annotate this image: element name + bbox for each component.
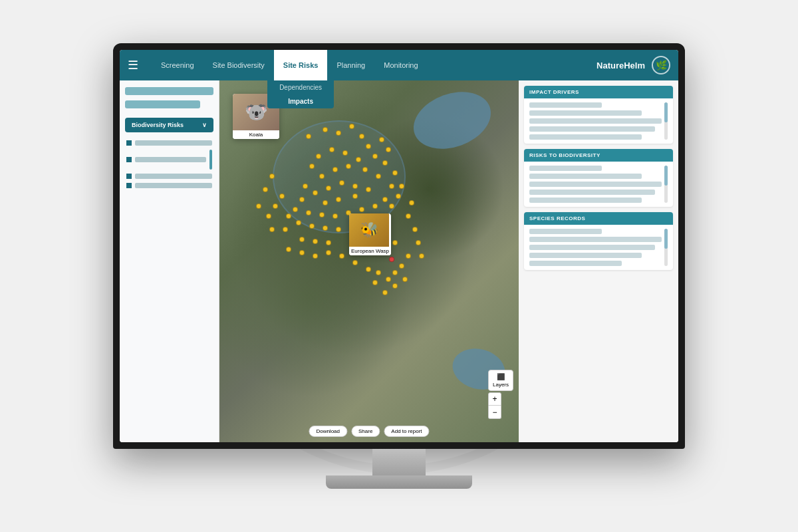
map-marker[interactable]	[379, 137, 384, 142]
map-marker[interactable]	[316, 154, 321, 159]
map-marker[interactable]	[359, 207, 364, 212]
map-marker[interactable]	[336, 227, 341, 232]
map-marker[interactable]	[339, 253, 344, 259]
map-marker[interactable]	[313, 253, 318, 259]
map-marker[interactable]	[309, 164, 315, 169]
layers-button[interactable]: ⬛ Layers	[488, 370, 513, 391]
download-button[interactable]: Download	[309, 426, 347, 437]
map-marker[interactable]	[336, 197, 341, 202]
nav-dropdown-dependencies[interactable]: Dependencies	[267, 80, 334, 94]
map-marker[interactable]	[389, 257, 394, 262]
map-marker[interactable]	[392, 270, 398, 275]
map-marker[interactable]	[356, 157, 361, 162]
nav-screening[interactable]: Screening	[152, 50, 203, 80]
wasp-card[interactable]: 🐝 European Wasp	[349, 213, 391, 255]
map-marker[interactable]	[399, 184, 404, 189]
map-marker[interactable]	[406, 213, 411, 219]
map-marker[interactable]	[366, 187, 371, 192]
map-marker[interactable]	[389, 184, 394, 189]
map-marker[interactable]	[392, 283, 398, 289]
risk-item-2[interactable]	[126, 150, 212, 170]
map-marker[interactable]	[313, 239, 318, 244]
map-marker[interactable]	[399, 263, 404, 269]
map-marker[interactable]	[402, 277, 408, 282]
map-marker[interactable]	[352, 184, 358, 189]
species-scrollbar[interactable]	[664, 229, 668, 266]
map-marker[interactable]	[296, 220, 301, 225]
map-marker[interactable]	[419, 253, 424, 259]
map-marker[interactable]	[306, 134, 311, 139]
map-marker[interactable]	[372, 203, 378, 209]
map-marker[interactable]	[266, 213, 271, 219]
map-marker[interactable]	[273, 203, 278, 209]
map-marker[interactable]	[382, 197, 388, 202]
map-marker[interactable]	[299, 237, 305, 242]
map-marker[interactable]	[382, 160, 388, 166]
nav-site-risks[interactable]: Site Risks	[274, 50, 328, 80]
map-marker[interactable]	[389, 203, 394, 209]
map-marker[interactable]	[376, 270, 381, 275]
map-marker[interactable]	[269, 227, 275, 232]
map-marker[interactable]	[303, 184, 308, 189]
nav-dropdown-impacts[interactable]: Impacts	[267, 94, 334, 108]
map-marker[interactable]	[392, 240, 398, 245]
map-marker[interactable]	[323, 127, 328, 132]
map-marker[interactable]	[326, 186, 331, 191]
map-marker[interactable]	[309, 223, 315, 229]
map-marker[interactable]	[376, 174, 381, 179]
map-marker[interactable]	[293, 207, 298, 212]
map-marker[interactable]	[412, 227, 418, 232]
map-marker[interactable]	[279, 194, 285, 199]
add-to-report-button[interactable]: Add to report	[384, 426, 429, 437]
map-marker[interactable]	[409, 200, 414, 205]
map-marker[interactable]	[313, 190, 318, 196]
map-marker[interactable]	[323, 200, 328, 205]
map-marker[interactable]	[329, 147, 334, 152]
map-marker[interactable]	[386, 277, 391, 282]
map-marker[interactable]	[362, 167, 368, 172]
nav-monitoring[interactable]: Monitoring	[374, 50, 427, 80]
map-area[interactable]: 🐨 Koala 🐝 European Wasp ⬛ Lay	[219, 80, 519, 442]
nav-profile-icon[interactable]: 🌿	[652, 56, 670, 74]
map-marker[interactable]	[372, 154, 378, 159]
zoom-in-button[interactable]: +	[488, 392, 501, 406]
map-marker[interactable]	[406, 253, 411, 259]
map-marker[interactable]	[359, 134, 364, 139]
map-marker[interactable]	[366, 267, 371, 272]
risk-item-4[interactable]	[126, 183, 212, 188]
zoom-out-button[interactable]: −	[488, 406, 501, 419]
map-marker[interactable]	[336, 130, 341, 136]
map-marker[interactable]	[286, 247, 291, 252]
map-marker[interactable]	[372, 280, 378, 285]
map-marker[interactable]	[326, 240, 331, 245]
map-marker[interactable]	[319, 212, 325, 217]
map-marker[interactable]	[352, 260, 358, 265]
map-marker[interactable]	[332, 167, 338, 172]
map-marker[interactable]	[349, 124, 354, 129]
map-marker[interactable]	[366, 144, 371, 149]
map-marker[interactable]	[339, 180, 344, 186]
map-marker[interactable]	[256, 203, 261, 209]
map-marker[interactable]	[346, 164, 351, 169]
risk-item-1[interactable]	[126, 140, 212, 146]
impact-scrollbar[interactable]	[664, 102, 668, 140]
map-marker[interactable]	[352, 194, 358, 199]
risk-item-3[interactable]	[126, 174, 212, 179]
map-marker[interactable]	[286, 213, 291, 219]
map-marker[interactable]	[386, 147, 391, 152]
map-marker[interactable]	[332, 213, 338, 219]
map-marker[interactable]	[306, 210, 311, 215]
map-marker[interactable]	[392, 170, 398, 176]
share-button[interactable]: Share	[351, 426, 380, 437]
map-marker[interactable]	[382, 290, 388, 295]
map-marker[interactable]	[342, 150, 348, 156]
map-marker[interactable]	[326, 250, 331, 255]
map-marker[interactable]	[269, 174, 275, 179]
map-marker[interactable]	[263, 187, 268, 192]
biodiversity-risks-header[interactable]: Biodiversity Risks ∨	[125, 118, 213, 132]
map-marker[interactable]	[283, 227, 288, 232]
hamburger-icon[interactable]: ☰	[128, 58, 138, 72]
map-marker[interactable]	[416, 240, 421, 245]
nav-planning[interactable]: Planning	[327, 50, 374, 80]
risks-biodiversity-scrollbar[interactable]	[664, 166, 668, 203]
